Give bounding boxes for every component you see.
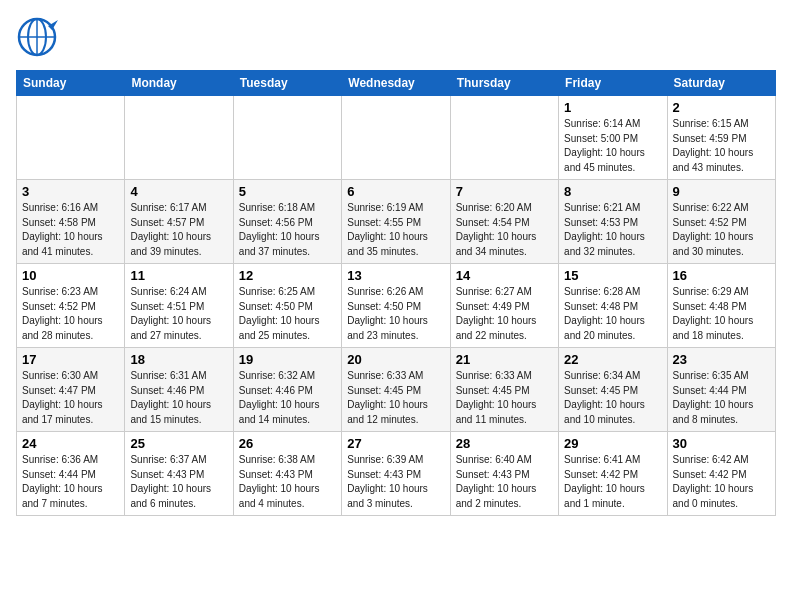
calendar-cell: 30Sunrise: 6:42 AMSunset: 4:42 PMDayligh…	[667, 432, 775, 516]
calendar-cell: 14Sunrise: 6:27 AMSunset: 4:49 PMDayligh…	[450, 264, 558, 348]
day-info: Sunrise: 6:14 AMSunset: 5:00 PMDaylight:…	[564, 117, 661, 175]
day-number: 26	[239, 436, 336, 451]
calendar-cell: 29Sunrise: 6:41 AMSunset: 4:42 PMDayligh…	[559, 432, 667, 516]
calendar-cell: 24Sunrise: 6:36 AMSunset: 4:44 PMDayligh…	[17, 432, 125, 516]
day-info: Sunrise: 6:22 AMSunset: 4:52 PMDaylight:…	[673, 201, 770, 259]
week-row-4: 17Sunrise: 6:30 AMSunset: 4:47 PMDayligh…	[17, 348, 776, 432]
header-day-friday: Friday	[559, 71, 667, 96]
day-number: 15	[564, 268, 661, 283]
day-info: Sunrise: 6:41 AMSunset: 4:42 PMDaylight:…	[564, 453, 661, 511]
day-number: 23	[673, 352, 770, 367]
calendar-cell: 22Sunrise: 6:34 AMSunset: 4:45 PMDayligh…	[559, 348, 667, 432]
day-number: 25	[130, 436, 227, 451]
week-row-5: 24Sunrise: 6:36 AMSunset: 4:44 PMDayligh…	[17, 432, 776, 516]
day-info: Sunrise: 6:36 AMSunset: 4:44 PMDaylight:…	[22, 453, 119, 511]
calendar-cell: 13Sunrise: 6:26 AMSunset: 4:50 PMDayligh…	[342, 264, 450, 348]
day-number: 3	[22, 184, 119, 199]
day-info: Sunrise: 6:37 AMSunset: 4:43 PMDaylight:…	[130, 453, 227, 511]
week-row-3: 10Sunrise: 6:23 AMSunset: 4:52 PMDayligh…	[17, 264, 776, 348]
calendar-cell: 21Sunrise: 6:33 AMSunset: 4:45 PMDayligh…	[450, 348, 558, 432]
calendar-cell: 10Sunrise: 6:23 AMSunset: 4:52 PMDayligh…	[17, 264, 125, 348]
calendar-cell	[450, 96, 558, 180]
calendar-cell: 7Sunrise: 6:20 AMSunset: 4:54 PMDaylight…	[450, 180, 558, 264]
day-info: Sunrise: 6:29 AMSunset: 4:48 PMDaylight:…	[673, 285, 770, 343]
day-number: 11	[130, 268, 227, 283]
day-info: Sunrise: 6:21 AMSunset: 4:53 PMDaylight:…	[564, 201, 661, 259]
day-info: Sunrise: 6:24 AMSunset: 4:51 PMDaylight:…	[130, 285, 227, 343]
day-number: 4	[130, 184, 227, 199]
day-info: Sunrise: 6:33 AMSunset: 4:45 PMDaylight:…	[456, 369, 553, 427]
calendar-cell: 17Sunrise: 6:30 AMSunset: 4:47 PMDayligh…	[17, 348, 125, 432]
day-info: Sunrise: 6:25 AMSunset: 4:50 PMDaylight:…	[239, 285, 336, 343]
day-number: 8	[564, 184, 661, 199]
day-number: 13	[347, 268, 444, 283]
day-number: 6	[347, 184, 444, 199]
calendar-cell	[342, 96, 450, 180]
header	[16, 16, 776, 58]
logo	[16, 16, 70, 58]
header-day-tuesday: Tuesday	[233, 71, 341, 96]
header-day-sunday: Sunday	[17, 71, 125, 96]
day-info: Sunrise: 6:26 AMSunset: 4:50 PMDaylight:…	[347, 285, 444, 343]
day-info: Sunrise: 6:35 AMSunset: 4:44 PMDaylight:…	[673, 369, 770, 427]
calendar-cell: 25Sunrise: 6:37 AMSunset: 4:43 PMDayligh…	[125, 432, 233, 516]
calendar-cell: 28Sunrise: 6:40 AMSunset: 4:43 PMDayligh…	[450, 432, 558, 516]
day-info: Sunrise: 6:15 AMSunset: 4:59 PMDaylight:…	[673, 117, 770, 175]
calendar-cell: 9Sunrise: 6:22 AMSunset: 4:52 PMDaylight…	[667, 180, 775, 264]
day-info: Sunrise: 6:30 AMSunset: 4:47 PMDaylight:…	[22, 369, 119, 427]
day-number: 28	[456, 436, 553, 451]
day-number: 2	[673, 100, 770, 115]
calendar-cell: 12Sunrise: 6:25 AMSunset: 4:50 PMDayligh…	[233, 264, 341, 348]
header-day-saturday: Saturday	[667, 71, 775, 96]
calendar-cell	[233, 96, 341, 180]
calendar-cell: 5Sunrise: 6:18 AMSunset: 4:56 PMDaylight…	[233, 180, 341, 264]
day-info: Sunrise: 6:28 AMSunset: 4:48 PMDaylight:…	[564, 285, 661, 343]
calendar-cell: 6Sunrise: 6:19 AMSunset: 4:55 PMDaylight…	[342, 180, 450, 264]
calendar-body: 1Sunrise: 6:14 AMSunset: 5:00 PMDaylight…	[17, 96, 776, 516]
day-number: 18	[130, 352, 227, 367]
day-number: 16	[673, 268, 770, 283]
calendar-cell: 15Sunrise: 6:28 AMSunset: 4:48 PMDayligh…	[559, 264, 667, 348]
day-info: Sunrise: 6:17 AMSunset: 4:57 PMDaylight:…	[130, 201, 227, 259]
day-number: 30	[673, 436, 770, 451]
day-info: Sunrise: 6:27 AMSunset: 4:49 PMDaylight:…	[456, 285, 553, 343]
day-number: 22	[564, 352, 661, 367]
day-number: 17	[22, 352, 119, 367]
calendar-cell: 18Sunrise: 6:31 AMSunset: 4:46 PMDayligh…	[125, 348, 233, 432]
calendar-cell: 8Sunrise: 6:21 AMSunset: 4:53 PMDaylight…	[559, 180, 667, 264]
week-row-2: 3Sunrise: 6:16 AMSunset: 4:58 PMDaylight…	[17, 180, 776, 264]
header-row: SundayMondayTuesdayWednesdayThursdayFrid…	[17, 71, 776, 96]
day-number: 27	[347, 436, 444, 451]
header-day-monday: Monday	[125, 71, 233, 96]
day-info: Sunrise: 6:33 AMSunset: 4:45 PMDaylight:…	[347, 369, 444, 427]
day-number: 9	[673, 184, 770, 199]
day-info: Sunrise: 6:38 AMSunset: 4:43 PMDaylight:…	[239, 453, 336, 511]
day-info: Sunrise: 6:23 AMSunset: 4:52 PMDaylight:…	[22, 285, 119, 343]
calendar-cell: 2Sunrise: 6:15 AMSunset: 4:59 PMDaylight…	[667, 96, 775, 180]
day-info: Sunrise: 6:39 AMSunset: 4:43 PMDaylight:…	[347, 453, 444, 511]
day-info: Sunrise: 6:20 AMSunset: 4:54 PMDaylight:…	[456, 201, 553, 259]
day-number: 5	[239, 184, 336, 199]
week-row-1: 1Sunrise: 6:14 AMSunset: 5:00 PMDaylight…	[17, 96, 776, 180]
day-number: 29	[564, 436, 661, 451]
day-info: Sunrise: 6:32 AMSunset: 4:46 PMDaylight:…	[239, 369, 336, 427]
calendar-cell	[17, 96, 125, 180]
day-info: Sunrise: 6:18 AMSunset: 4:56 PMDaylight:…	[239, 201, 336, 259]
day-number: 24	[22, 436, 119, 451]
calendar-cell: 26Sunrise: 6:38 AMSunset: 4:43 PMDayligh…	[233, 432, 341, 516]
calendar-cell	[125, 96, 233, 180]
day-number: 21	[456, 352, 553, 367]
calendar-cell: 1Sunrise: 6:14 AMSunset: 5:00 PMDaylight…	[559, 96, 667, 180]
day-number: 7	[456, 184, 553, 199]
calendar-cell: 20Sunrise: 6:33 AMSunset: 4:45 PMDayligh…	[342, 348, 450, 432]
calendar-cell: 11Sunrise: 6:24 AMSunset: 4:51 PMDayligh…	[125, 264, 233, 348]
calendar-cell: 23Sunrise: 6:35 AMSunset: 4:44 PMDayligh…	[667, 348, 775, 432]
calendar-cell: 27Sunrise: 6:39 AMSunset: 4:43 PMDayligh…	[342, 432, 450, 516]
header-day-thursday: Thursday	[450, 71, 558, 96]
day-info: Sunrise: 6:31 AMSunset: 4:46 PMDaylight:…	[130, 369, 227, 427]
day-number: 14	[456, 268, 553, 283]
calendar-cell: 4Sunrise: 6:17 AMSunset: 4:57 PMDaylight…	[125, 180, 233, 264]
calendar-table: SundayMondayTuesdayWednesdayThursdayFrid…	[16, 70, 776, 516]
day-number: 19	[239, 352, 336, 367]
calendar-cell: 3Sunrise: 6:16 AMSunset: 4:58 PMDaylight…	[17, 180, 125, 264]
